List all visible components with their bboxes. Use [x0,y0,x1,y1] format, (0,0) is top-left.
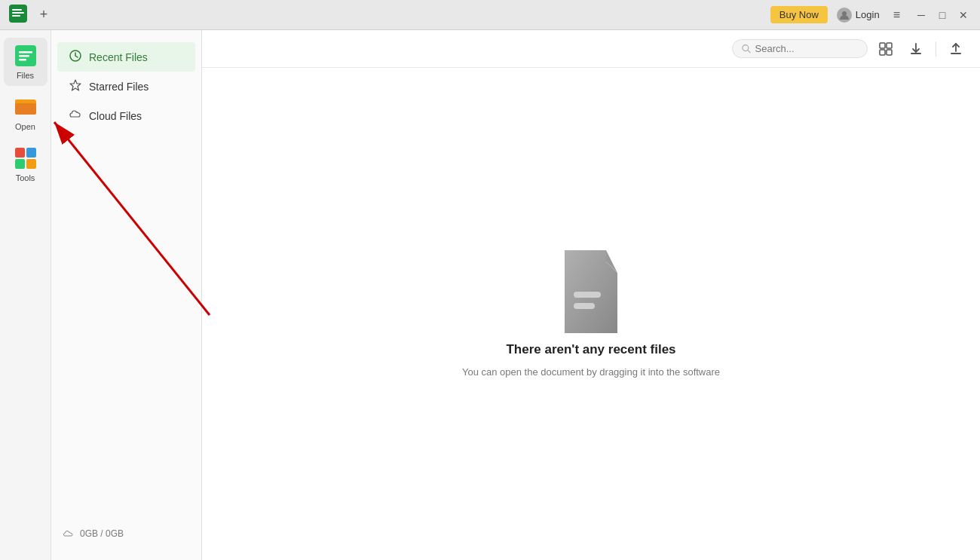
open-icon [14,95,38,119]
empty-subtitle: You can open the document by dragging it… [462,366,720,378]
main-container: Files Open Tools [0,30,980,560]
content-toolbar [202,30,980,68]
svg-rect-1 [12,12,24,14]
nav-item-starred[interactable]: Starred Files [57,72,195,101]
svg-rect-2 [12,15,20,17]
open-label: Open [15,122,35,131]
search-icon [742,44,751,54]
files-icon [14,44,38,68]
svg-rect-21 [887,43,892,48]
svg-line-19 [748,50,750,53]
svg-rect-15 [26,159,36,169]
title-bar-left: + [9,5,53,26]
svg-rect-13 [26,148,36,158]
new-tab-button[interactable]: + [35,6,53,24]
svg-rect-28 [574,292,601,298]
files-label: Files [17,71,34,80]
title-bar-right: Buy Now Login ≡ ─ □ ✕ [770,6,971,23]
svg-rect-12 [15,148,25,158]
svg-rect-8 [19,59,26,61]
svg-rect-29 [574,303,595,309]
window-controls: ─ □ ✕ [914,8,971,23]
nav-panel: Recent Files Starred Files Cloud Files [51,30,202,560]
app-logo [9,5,27,26]
grid-view-icon [879,42,893,56]
sidebar-item-open[interactable]: Open [4,89,47,137]
svg-rect-11 [15,99,24,103]
svg-marker-17 [70,80,81,90]
download-button[interactable] [904,37,928,61]
search-input[interactable] [755,43,858,54]
content-area: There aren't any recent files You can op… [202,30,980,560]
svg-rect-26 [951,53,961,54]
sidebar-item-tools[interactable]: Tools [4,140,47,188]
svg-rect-10 [15,103,36,115]
title-bar: + Buy Now Login ≡ ─ □ ✕ [0,0,980,30]
maximize-button[interactable]: □ [935,8,950,23]
svg-rect-6 [19,51,32,54]
minimize-button[interactable]: ─ [914,8,929,23]
svg-rect-20 [880,43,885,48]
svg-rect-24 [911,53,921,54]
nav-item-recent[interactable]: Recent Files [57,42,195,72]
cloud-icon [69,109,81,123]
empty-state: There aren't any recent files You can op… [202,68,980,560]
recent-icon [69,50,81,64]
close-button[interactable]: ✕ [956,8,971,23]
sidebar-item-files[interactable]: Files [4,38,47,86]
menu-button[interactable]: ≡ [889,7,905,23]
svg-rect-3 [12,9,22,11]
svg-rect-23 [887,50,892,55]
nav-item-cloud[interactable]: Cloud Files [57,101,195,130]
toolbar-divider [936,41,936,57]
recent-label: Recent Files [89,51,148,63]
upload-icon [949,42,963,56]
login-area[interactable]: Login [837,8,880,23]
svg-rect-14 [15,159,25,169]
empty-file-illustration [557,250,625,333]
buy-now-button[interactable]: Buy Now [770,6,828,23]
search-box[interactable] [732,39,868,58]
login-label: Login [856,9,880,20]
storage-info: 0GB / 0GB [51,519,201,548]
empty-title: There aren't any recent files [506,342,675,357]
svg-rect-7 [19,55,29,57]
grid-view-button[interactable] [874,37,898,61]
tools-label: Tools [16,173,35,182]
download-icon [909,42,923,56]
icon-sidebar: Files Open Tools [0,30,51,560]
starred-label: Starred Files [89,81,149,93]
svg-rect-22 [880,50,885,55]
tools-icon [14,146,38,170]
upload-button[interactable] [944,37,968,61]
storage-cloud-icon [63,528,74,539]
storage-label: 0GB / 0GB [80,528,124,539]
cloud-label: Cloud Files [89,110,142,122]
star-icon [69,79,81,93]
login-avatar [837,8,852,23]
